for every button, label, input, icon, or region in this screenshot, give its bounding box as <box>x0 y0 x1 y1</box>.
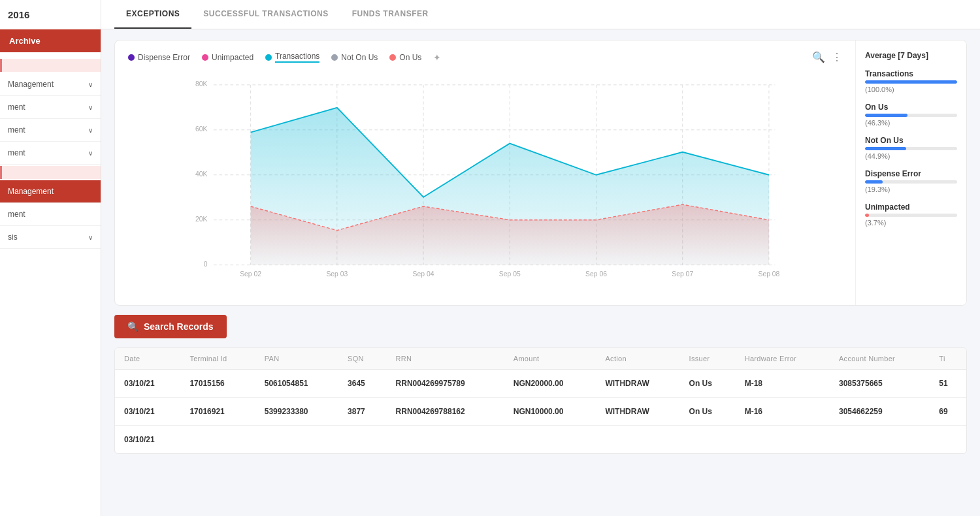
sidebar-archive[interactable]: Archive <box>0 29 101 52</box>
svg-text:Sep 07: Sep 07 <box>672 270 693 278</box>
records-table: Date Terminal Id PAN SQN RRN Amount Acti… <box>115 348 966 453</box>
cell-action: WITHDRAW <box>596 370 679 398</box>
metric-bar-fill <box>865 80 957 84</box>
metric-pct: (100.0%) <box>865 86 957 93</box>
legend-label: Not On Us <box>341 53 378 62</box>
chevron-down-icon: ∨ <box>88 104 93 111</box>
sidebar-item-ment4[interactable]: ment <box>0 203 101 226</box>
main-content: EXCEPTIONS SUCCESSFUL TRANSACTIONS FUNDS… <box>101 0 980 516</box>
side-panel-title: Average [7 Days] <box>865 51 957 60</box>
tab-funds[interactable]: FUNDS TRANSFER <box>340 0 440 29</box>
col-hardware-error: Hardware Error <box>736 348 830 370</box>
tab-exceptions[interactable]: EXCEPTIONS <box>114 0 191 29</box>
cell-action <box>596 426 679 454</box>
sidebar-item-management1[interactable]: Management ∨ <box>0 73 101 96</box>
metric-bar-fill <box>865 147 906 150</box>
table-row[interactable]: 03/10/211701515650610548513645RRN0042699… <box>115 370 966 398</box>
sidebar-year: 2016 <box>0 0 101 29</box>
side-metric-transactions: Transactions (100.0%) <box>865 69 957 93</box>
cell-pan <box>255 426 338 454</box>
search-records-button[interactable]: 🔍 Search Records <box>114 315 227 338</box>
sidebar-item-ment2[interactable]: ment ∨ <box>0 119 101 142</box>
sidebar-item-label: Management <box>8 80 54 89</box>
chart-more-button[interactable]: ⋮ <box>832 51 842 63</box>
svg-text:Sep 08: Sep 08 <box>758 270 779 278</box>
legend-dispense-error: Dispense Error <box>128 53 190 62</box>
cell-terminal_id: 17016921 <box>180 398 255 426</box>
filter-icon[interactable]: ✦ <box>433 52 441 63</box>
metric-label: Transactions <box>865 69 957 78</box>
svg-text:80K: 80K <box>195 80 208 88</box>
metric-pct: (19.3%) <box>865 185 957 193</box>
col-rrn: RRN <box>387 348 504 370</box>
chart-container: Dispense Error Unimpacted Transactions N… <box>114 40 967 306</box>
metric-bar-fill <box>865 180 883 184</box>
chart-search-button[interactable]: 🔍 <box>812 51 825 63</box>
col-amount: Amount <box>504 348 596 370</box>
sidebar: 2016 Archive Management ∨ ment ∨ ment ∨ … <box>0 0 101 516</box>
legend-label: On Us <box>399 53 421 62</box>
svg-text:60K: 60K <box>195 125 208 133</box>
legend-transactions: Transactions <box>265 52 319 63</box>
cell-hardware_error: M-18 <box>736 370 830 398</box>
table-header-row: Date Terminal Id PAN SQN RRN Amount Acti… <box>115 348 966 370</box>
content-area: Dispense Error Unimpacted Transactions N… <box>101 29 980 516</box>
metric-label: Not On Us <box>865 136 957 145</box>
dispense-error-dot <box>128 54 135 61</box>
col-issuer: Issuer <box>680 348 736 370</box>
cell-issuer: On Us <box>680 370 736 398</box>
cell-terminal_id <box>180 426 255 454</box>
table-row[interactable]: 03/10/21 <box>115 426 966 454</box>
metric-label: On Us <box>865 103 957 112</box>
sidebar-item-label: ment <box>8 103 25 112</box>
tab-bar: EXCEPTIONS SUCCESSFUL TRANSACTIONS FUNDS… <box>101 0 980 29</box>
svg-text:Sep 04: Sep 04 <box>413 270 434 278</box>
sidebar-item-sis[interactable]: sis ∨ <box>0 226 101 249</box>
cell-account_number <box>830 426 930 454</box>
cell-rrn <box>387 426 504 454</box>
sidebar-item-management2[interactable]: Management <box>0 180 101 203</box>
cell-ti: 51 <box>930 370 966 398</box>
cell-pan: 5399233380 <box>255 398 338 426</box>
cell-pan: 5061054851 <box>255 370 338 398</box>
table-row[interactable]: 03/10/211701692153992333803877RRN0042697… <box>115 398 966 426</box>
cell-sqn: 3877 <box>338 398 387 426</box>
col-account-number: Account Number <box>830 348 930 370</box>
cell-rrn: RRN004269975789 <box>387 370 504 398</box>
col-sqn: SQN <box>338 348 387 370</box>
metric-bar-fill <box>865 214 869 217</box>
cell-ti: 69 <box>930 398 966 426</box>
metric-label: Dispense Error <box>865 169 957 178</box>
tab-successful[interactable]: SUCCESSFUL TRANSACTIONS <box>191 0 340 29</box>
sidebar-item-label: ment <box>8 125 25 135</box>
legend-label: Transactions <box>275 52 319 63</box>
col-ti: Ti <box>930 348 966 370</box>
chart-svg-wrap: 80K 60K 40K 20K 0 <box>128 73 842 297</box>
cell-account_number: 3085375665 <box>830 370 930 398</box>
sidebar-section-mid <box>0 166 101 179</box>
side-metric-not-on-us: Not On Us (44.9%) <box>865 136 957 160</box>
cell-issuer: On Us <box>680 398 736 426</box>
cell-hardware_error: M-16 <box>736 398 830 426</box>
side-metric-dispense-error: Dispense Error (19.3%) <box>865 169 957 193</box>
metric-pct: (46.3%) <box>865 119 957 127</box>
sidebar-item-ment3[interactable]: ment ∨ <box>0 142 101 165</box>
svg-text:Sep 02: Sep 02 <box>240 270 261 278</box>
chart-side-panel: Average [7 Days] Transactions (100.0%) O… <box>855 40 966 305</box>
cell-date: 03/10/21 <box>115 370 180 398</box>
sidebar-item-ment1[interactable]: ment ∨ <box>0 96 101 119</box>
svg-text:Sep 03: Sep 03 <box>326 270 348 278</box>
legend-label: Dispense Error <box>138 53 190 62</box>
cell-date: 03/10/21 <box>115 426 180 454</box>
search-icon: 🔍 <box>127 321 139 332</box>
col-action: Action <box>596 348 679 370</box>
metric-bar-track <box>865 180 957 184</box>
legend-not-on-us: Not On Us <box>331 53 378 62</box>
cell-amount: NGN10000.00 <box>504 398 596 426</box>
transactions-dot <box>265 54 272 61</box>
side-metric-unimpacted: Unimpacted (3.7%) <box>865 202 957 227</box>
sidebar-item-label: Management <box>8 187 54 196</box>
metric-pct: (44.9%) <box>865 152 957 160</box>
cell-sqn <box>338 426 387 454</box>
metric-label: Unimpacted <box>865 202 957 212</box>
